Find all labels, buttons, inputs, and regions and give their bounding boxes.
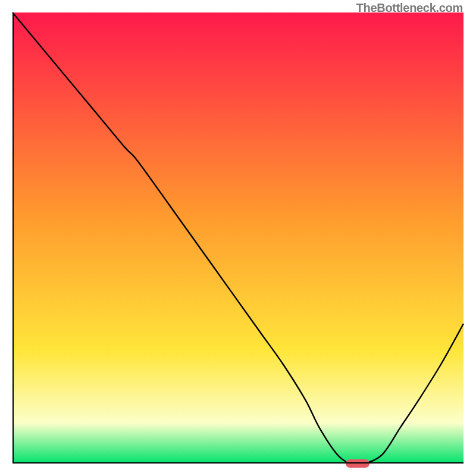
optimal-marker [346, 459, 369, 468]
x-axis [12, 462, 464, 464]
bottleneck-chart [12, 12, 464, 464]
y-axis [12, 12, 14, 464]
bottleneck-curve [12, 12, 464, 464]
